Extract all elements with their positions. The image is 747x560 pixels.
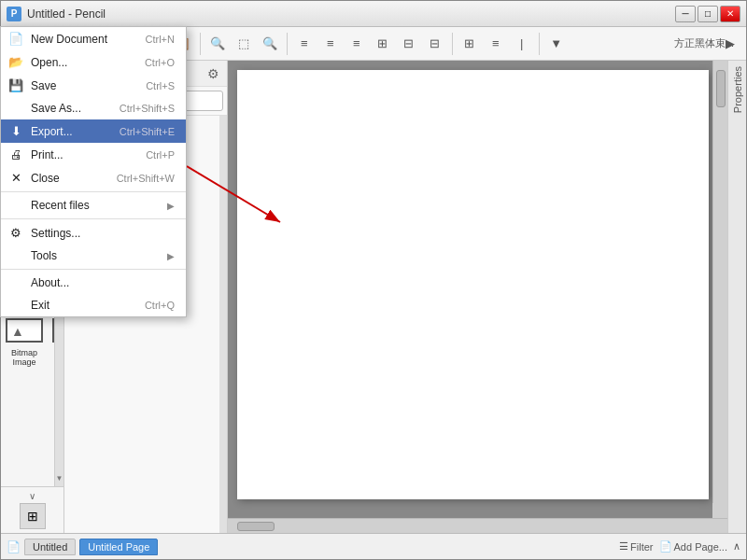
- export-shortcut: Ctrl+Shift+E: [120, 126, 175, 137]
- save-label: Save: [31, 79, 56, 92]
- collapse-button[interactable]: ∨: [29, 491, 35, 501]
- filter-icon: ☰: [619, 540, 628, 553]
- export-icon: ⬇: [8, 124, 23, 138]
- tools-arrow: ▶: [167, 251, 175, 261]
- toolbar-separator-2: [200, 33, 201, 55]
- zoom-in-toolbar-btn[interactable]: 🔍: [205, 32, 230, 56]
- canvas-vscroll-thumb[interactable]: [716, 70, 726, 107]
- open-label: Open...: [31, 56, 67, 69]
- save-as-shortcut: Ctrl+Shift+S: [120, 103, 175, 114]
- line-btn[interactable]: |: [510, 32, 534, 56]
- minimize-button[interactable]: ─: [675, 6, 696, 22]
- sidebar-bottom: ∨ ⊞: [1, 486, 63, 533]
- about-label: About...: [31, 276, 69, 289]
- filter-button[interactable]: ☰ Filter: [619, 540, 653, 553]
- panel-scrollbar[interactable]: [219, 116, 227, 533]
- font-selector[interactable]: 方正黑体束...: [692, 32, 716, 56]
- page-tab-untitled[interactable]: Untitled: [24, 539, 76, 555]
- collapse-pages-button[interactable]: ∧: [733, 540, 740, 553]
- exit-shortcut: Ctrl+Q: [145, 300, 175, 311]
- menu-new-document[interactable]: 📄 New Document Ctrl+N: [1, 27, 186, 50]
- menu-recent-files[interactable]: Recent files ▶: [1, 194, 186, 217]
- toolbar-separator-4: [452, 33, 453, 55]
- toolbar-separator-3: [287, 33, 288, 55]
- add-page-label: Add Page...: [674, 541, 728, 553]
- bottom-bar: 📄 Untitled Untitled Page ☰ Filter 📄 Add …: [1, 533, 746, 559]
- zoom-out-toolbar-btn[interactable]: 🔍: [258, 32, 282, 56]
- canvas-scroll-corner: [712, 503, 727, 518]
- dropdown-menu[interactable]: 📄 New Document Ctrl+N 📂 Open... Ctrl+O 💾…: [0, 26, 187, 317]
- more-btn[interactable]: ▼: [544, 32, 569, 56]
- add-page-icon: 📄: [659, 540, 672, 553]
- align-right-btn[interactable]: ≡: [345, 32, 369, 56]
- canvas-wrapper[interactable]: [228, 61, 727, 518]
- order-btn[interactable]: ≡: [484, 32, 508, 56]
- settings-gear-icon: ⚙: [8, 226, 23, 240]
- recent-label: Recent files: [31, 199, 90, 212]
- distribute-h-btn[interactable]: ⊟: [397, 32, 421, 56]
- menu-save[interactable]: 💾 Save Ctrl+S: [1, 74, 186, 97]
- bitmap-preview: [6, 318, 43, 343]
- app-icon: P: [7, 7, 21, 21]
- menu-print-left: 🖨 Print...: [8, 147, 63, 161]
- menu-settings-left: ⚙ Settings...: [8, 226, 80, 240]
- bottom-right-controls: ☰ Filter 📄 Add Page... ∧: [619, 540, 740, 553]
- canvas-vertical-scrollbar[interactable]: [712, 61, 727, 503]
- add-page-button[interactable]: 📄 Add Page...: [659, 540, 728, 553]
- grid-view-button[interactable]: ⊞: [20, 503, 46, 529]
- menu-print[interactable]: 🖨 Print... Ctrl+P: [1, 143, 186, 166]
- scroll-down-arrow[interactable]: ▼: [55, 472, 63, 484]
- menu-divider-2: [1, 218, 186, 219]
- bitmap-shape: [3, 315, 46, 346]
- align-center-btn[interactable]: ≡: [318, 32, 343, 56]
- menu-new-left: 📄 New Document: [8, 32, 107, 46]
- menu-exit[interactable]: Exit Ctrl+Q: [1, 294, 186, 316]
- print-label: Print...: [31, 148, 63, 161]
- menu-open[interactable]: 📂 Open... Ctrl+O: [1, 50, 186, 74]
- filter-label: Filter: [630, 541, 653, 553]
- menu-export-left: ⬇ Export...: [8, 124, 73, 138]
- open-icon: 📂: [8, 55, 23, 69]
- menu-about[interactable]: About...: [1, 272, 186, 294]
- spacing-btn[interactable]: ⊞: [458, 32, 482, 56]
- maximize-button[interactable]: □: [698, 6, 718, 22]
- stencil-bitmap[interactable]: BitmapImage: [1, 311, 48, 371]
- title-bar: P Untitled - Pencil ─ □ ✕: [1, 1, 746, 27]
- stencil-row-3: BitmapImage N-PatchScalable: [1, 311, 54, 371]
- menu-exit-left: Exit: [8, 299, 49, 312]
- menu-tools[interactable]: Tools ▶: [1, 245, 186, 267]
- panel-gear-icon[interactable]: ⚙: [207, 66, 219, 81]
- print-icon: 🖨: [8, 147, 23, 161]
- menu-close-left: ✕ Close: [8, 171, 60, 185]
- tools-label: Tools: [31, 249, 57, 262]
- canvas-horizontal-scrollbar[interactable]: [228, 518, 727, 533]
- canvas-hscroll-thumb[interactable]: [237, 522, 275, 531]
- menu-divider-1: [1, 191, 186, 192]
- menu-save-as-left: Save As...: [8, 102, 81, 115]
- fit-toolbar-btn[interactable]: ⬚: [232, 32, 256, 56]
- menu-settings[interactable]: ⚙ Settings...: [1, 221, 186, 245]
- close-label: Close: [31, 172, 60, 185]
- menu-close[interactable]: ✕ Close Ctrl+Shift+W: [1, 166, 186, 189]
- more-arrow[interactable]: ▶: [718, 32, 742, 56]
- new-doc-shortcut: Ctrl+N: [146, 34, 175, 45]
- right-sidebar: Properties: [727, 61, 746, 533]
- save-shortcut: Ctrl+S: [146, 80, 175, 91]
- distribute-v-btn[interactable]: ⊟: [423, 32, 447, 56]
- canvas-area: [228, 61, 727, 533]
- close-button[interactable]: ✕: [720, 6, 740, 22]
- canvas[interactable]: [237, 70, 709, 499]
- open-shortcut: Ctrl+O: [145, 57, 175, 68]
- align-left-btn[interactable]: ≡: [292, 32, 317, 56]
- page-tab-active[interactable]: Untitled Page: [79, 539, 158, 555]
- properties-label[interactable]: Properties: [732, 66, 743, 113]
- new-doc-icon: 📄: [8, 32, 23, 46]
- recent-arrow: ▶: [167, 201, 175, 211]
- menu-save-as[interactable]: Save As... Ctrl+Shift+S: [1, 97, 186, 119]
- align-justify-btn[interactable]: ⊞: [371, 32, 395, 56]
- stencil-npatch[interactable]: N-PatchScalable: [48, 311, 54, 371]
- menu-export[interactable]: ⬇ Export... Ctrl+Shift+E: [1, 119, 186, 143]
- window-controls: ─ □ ✕: [675, 6, 740, 22]
- window-title: Untitled - Pencil: [27, 7, 675, 21]
- close-shortcut: Ctrl+Shift+W: [117, 173, 175, 184]
